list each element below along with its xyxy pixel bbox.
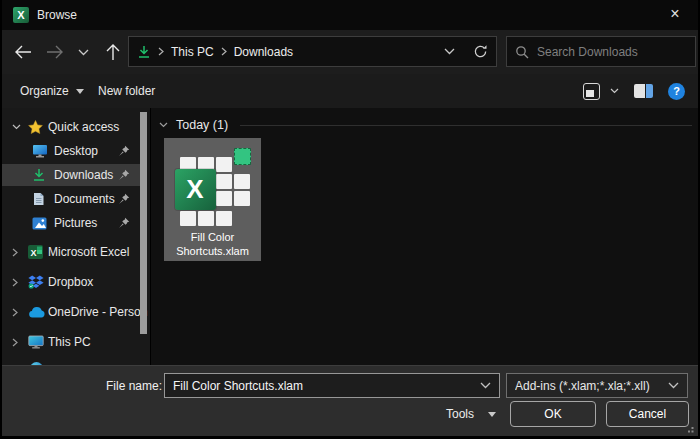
excel-x-badge: X <box>175 169 216 210</box>
pin-icon <box>118 169 130 181</box>
search-icon <box>515 45 529 59</box>
sidebar-scrollbar[interactable] <box>140 112 147 334</box>
sidebar-item-label: Desktop <box>54 144 98 158</box>
chevron-right-icon <box>12 308 18 317</box>
chevron-down-icon <box>12 124 21 130</box>
desktop-icon <box>32 144 48 158</box>
views-dropdown-button[interactable] <box>610 74 619 108</box>
breadcrumb-this-pc[interactable]: This PC <box>171 45 214 59</box>
document-icon <box>32 192 45 206</box>
chevron-down-icon <box>610 88 619 94</box>
file-name-input[interactable] <box>173 379 480 393</box>
help-button[interactable]: ? <box>668 74 685 108</box>
chevron-down-icon <box>444 48 455 55</box>
new-folder-label: New folder <box>98 84 155 98</box>
file-name-field-label: File name: <box>106 379 162 393</box>
help-icon: ? <box>668 83 685 100</box>
browse-dialog-window: X Browse × This PC <box>0 0 700 439</box>
group-header-today[interactable]: Today (1) <box>159 118 692 132</box>
sidebar-item-label: Documents <box>54 192 115 206</box>
downloads-location-icon <box>137 45 151 59</box>
sidebar-item-label: Microsoft Excel <box>48 245 129 259</box>
preview-pane-icon <box>634 84 653 98</box>
search-input[interactable] <box>537 45 667 59</box>
back-button[interactable] <box>10 30 36 74</box>
breadcrumb-separator-icon <box>158 47 164 56</box>
navigation-sidebar: Quick access Desktop <box>2 108 150 365</box>
group-label: Today (1) <box>176 118 228 132</box>
dropdown-triangle-icon <box>488 412 496 417</box>
preview-pane-button[interactable] <box>634 74 653 108</box>
title-bar: X Browse × <box>2 0 698 30</box>
sidebar-item-label: Dropbox <box>48 275 93 289</box>
pin-icon <box>118 193 130 205</box>
onedrive-cloud-icon <box>28 307 45 318</box>
back-arrow-icon <box>14 45 32 59</box>
breadcrumb-separator-icon <box>221 47 227 56</box>
new-folder-button[interactable]: New folder <box>98 74 155 108</box>
file-item-fill-color-shortcuts[interactable]: X Fill Color Shortcuts.xlam <box>164 138 261 261</box>
address-dropdown-button[interactable] <box>444 48 455 55</box>
refresh-button[interactable] <box>473 44 488 59</box>
file-name-combobox[interactable] <box>164 373 500 398</box>
ok-button[interactable]: OK <box>510 401 596 427</box>
sidebar-item-downloads[interactable]: Downloads <box>2 164 140 186</box>
command-toolbar: Organize New folder ? <box>2 74 698 108</box>
chevron-right-icon <box>12 248 18 257</box>
close-icon[interactable]: × <box>652 0 698 30</box>
views-button[interactable] <box>583 74 600 108</box>
window-title: Browse <box>37 8 77 22</box>
address-bar[interactable]: This PC Downloads <box>128 36 497 67</box>
sidebar-item-dropbox[interactable]: Dropbox <box>2 271 140 293</box>
search-box[interactable] <box>506 36 696 67</box>
forward-button[interactable] <box>42 30 68 74</box>
excel-addin-file-icon: X <box>174 145 252 227</box>
organize-label: Organize <box>20 84 69 98</box>
navigation-bar: This PC Downloads <box>2 30 698 74</box>
chevron-down-icon <box>78 49 89 56</box>
chevron-down-icon[interactable] <box>668 382 679 389</box>
dialog-footer: File name: Add-ins (*.xlam;*.xla;*.xll) … <box>2 365 698 436</box>
forward-arrow-icon <box>46 45 64 59</box>
resize-grip[interactable] <box>685 424 694 433</box>
file-type-value: Add-ins (*.xlam;*.xla;*.xll) <box>515 379 668 393</box>
sidebar-item-quick-access[interactable]: Quick access <box>2 116 140 138</box>
file-list-area[interactable]: Today (1) X Fill Color Shortcuts.xlam <box>150 108 698 365</box>
sidebar-item-onedrive[interactable]: OneDrive - Person <box>2 301 140 323</box>
refresh-icon <box>473 44 488 59</box>
download-icon <box>32 168 46 182</box>
breadcrumb-downloads[interactable]: Downloads <box>234 45 293 59</box>
sidebar-item-label: This PC <box>48 335 91 349</box>
sidebar-item-label: OneDrive - Person <box>48 305 147 319</box>
pin-icon <box>118 145 130 157</box>
sidebar-item-documents[interactable]: Documents <box>2 188 140 210</box>
pin-icon <box>118 217 130 229</box>
organize-button[interactable]: Organize <box>20 74 84 108</box>
sidebar-item-this-pc[interactable]: This PC <box>2 331 140 353</box>
sidebar-item-label: Downloads <box>54 168 113 182</box>
cancel-button[interactable]: Cancel <box>606 401 689 427</box>
sidebar-item-label: Pictures <box>54 216 97 230</box>
monitor-icon <box>28 335 44 349</box>
excel-icon: X <box>28 245 43 259</box>
tools-button[interactable]: Tools <box>440 401 502 427</box>
chevron-down-icon[interactable] <box>480 382 491 389</box>
selected-cell-icon <box>234 148 251 165</box>
star-icon <box>28 120 43 134</box>
svg-text:X: X <box>30 248 36 258</box>
icon-view-icon <box>583 83 600 100</box>
picture-icon <box>32 217 47 230</box>
tools-label: Tools <box>446 407 474 421</box>
chevron-down-icon <box>159 122 168 128</box>
sidebar-item-microsoft-excel[interactable]: X Microsoft Excel <box>2 241 140 263</box>
recent-locations-button[interactable] <box>72 30 94 74</box>
file-type-combobox[interactable]: Add-ins (*.xlam;*.xla;*.xll) <box>506 373 688 398</box>
up-button[interactable] <box>100 30 126 74</box>
sidebar-item-pictures[interactable]: Pictures <box>2 212 140 234</box>
chevron-right-icon <box>12 278 18 287</box>
up-arrow-icon <box>106 44 120 61</box>
sidebar-item-label: Quick access <box>48 120 119 134</box>
sidebar-item-desktop[interactable]: Desktop <box>2 140 140 162</box>
excel-app-icon: X <box>13 7 29 23</box>
chevron-right-icon <box>12 338 18 347</box>
